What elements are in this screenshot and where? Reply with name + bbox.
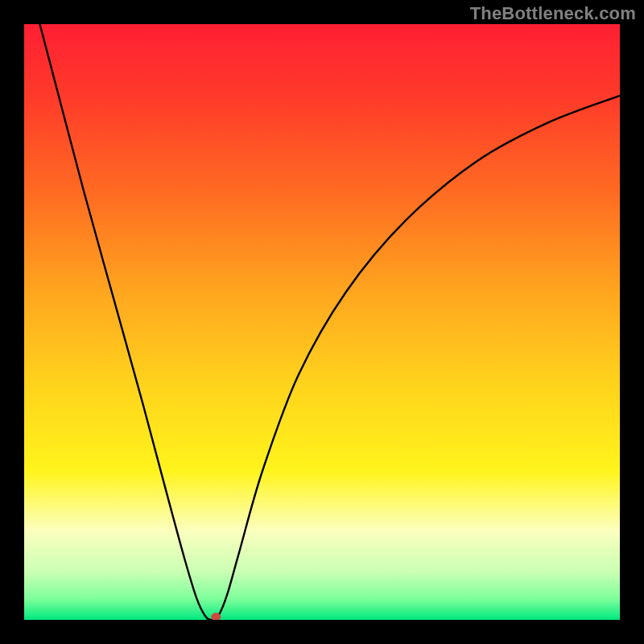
chart-frame: TheBottleneck.com bbox=[0, 0, 644, 644]
chart-background bbox=[24, 24, 620, 620]
chart-plot bbox=[24, 24, 620, 620]
watermark-text: TheBottleneck.com bbox=[470, 3, 636, 24]
